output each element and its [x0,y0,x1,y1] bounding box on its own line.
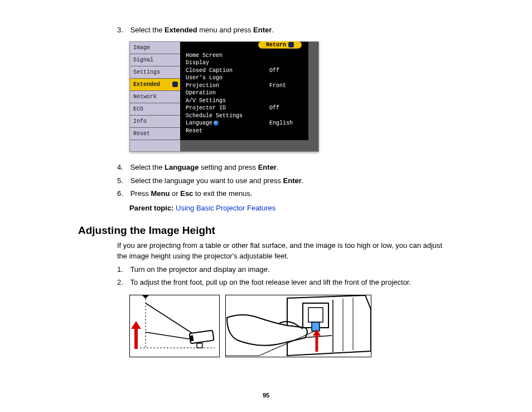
osd-tab-settings: Settings [130,66,180,79]
diagram-side-view [129,295,220,357]
step-3: 3. Select the Extended menu and press En… [117,25,454,36]
osd-tab-reset: Reset [130,128,180,140]
parent-topic: Parent topic: Using Basic Projector Feat… [129,204,454,212]
diagram-foot-lever [225,295,371,357]
step-4: 4. Select the Language setting and press… [117,162,454,173]
osd-menu-screenshot: Image Signal Settings Extended Network E… [129,41,319,152]
up-arrow-icon [132,321,140,349]
osd-tab-eco: ECO [130,103,180,116]
parent-topic-link[interactable]: Using Basic Projector Features [176,204,275,212]
step-number: 3. [117,25,128,36]
projector-height-diagram [129,295,454,357]
up-arrow-icon [313,329,320,352]
svg-rect-7 [197,343,202,348]
osd-tab-info: Info [130,116,180,128]
osd-tab-signal: Signal [130,54,180,66]
step-6: 6. Press Menu or Esc to exit the menus. [117,188,454,199]
intro-paragraph: If you are projecting from a table or ot… [117,240,454,262]
globe-icon [214,121,219,126]
page-number: 95 [0,392,532,399]
osd-tab-network: Network [130,91,180,103]
osd-return-button: Return [258,41,302,49]
svg-line-4 [146,332,196,340]
step-s2-1: 1. Turn on the projector and display an … [117,264,454,275]
osd-tab-list: Image Signal Settings Extended Network E… [130,42,180,152]
step-text: Select the Extended menu and press Enter… [130,26,274,34]
osd-panel: Return Home Screen Display Closed Captio… [180,42,318,152]
svg-marker-0 [142,295,149,299]
svg-line-3 [146,303,196,336]
osd-tab-image: Image [130,42,180,54]
step-s2-2: 2. To adjust the front foot, pull up on … [117,277,454,288]
step-5: 5. Select the language you want to use a… [117,175,454,186]
return-icon [288,42,294,47]
section-heading: Adjusting the Image Height [78,224,454,237]
osd-tab-extended: Extended [130,79,180,91]
